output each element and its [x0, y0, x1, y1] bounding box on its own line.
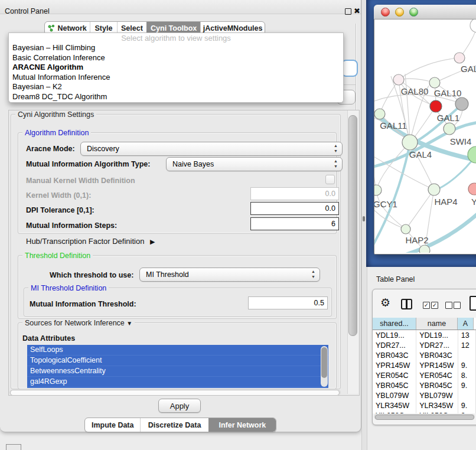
- network-canvas[interactable]: GAL GAL80 GAL10 GAL1 GAL11 SWI4 GAL4 GCY…: [374, 19, 476, 253]
- network-window-titlebar[interactable]: [374, 5, 476, 19]
- table-row-partial[interactable]: YIL052C YIL052C 9.: [373, 410, 476, 413]
- cell[interactable]: [458, 390, 476, 400]
- node[interactable]: [419, 245, 430, 253]
- dropdown-item[interactable]: Dream8 DC_TDC Algorithm: [9, 92, 343, 102]
- document-icon[interactable]: [470, 296, 476, 311]
- node-gray[interactable]: [455, 97, 468, 110]
- expanded-arrow-icon[interactable]: ▼: [126, 320, 132, 327]
- table-row[interactable]: YBR045C YBR045C 9.: [373, 380, 476, 390]
- minimize-traffic-light-icon[interactable]: [395, 8, 404, 17]
- dpi-tolerance-field[interactable]: 0.0: [250, 202, 339, 215]
- settings-vertical-scrollbar-thumb[interactable]: [348, 115, 357, 336]
- mi-threshold-field[interactable]: 0.5: [248, 296, 328, 309]
- checkbox-checked-icon[interactable]: ✓: [423, 302, 430, 309]
- dropdown-item[interactable]: Bayesian – Hill Climbing: [9, 43, 343, 53]
- cell[interactable]: YLR345W: [373, 400, 416, 410]
- checkbox-unchecked-icon[interactable]: [445, 302, 452, 309]
- cell[interactable]: YBR043C: [373, 350, 416, 360]
- split-view-icon[interactable]: [401, 299, 412, 309]
- cell[interactable]: 9.: [458, 380, 476, 390]
- cell[interactable]: YPR145W: [373, 360, 416, 370]
- cell[interactable]: [458, 350, 476, 360]
- node-hap4[interactable]: [428, 184, 440, 195]
- table-horizontal-scrollbar-thumb[interactable]: [375, 415, 474, 420]
- sources-group-title[interactable]: Sources for Network Inference ▼: [22, 319, 135, 327]
- node-gcy1[interactable]: [374, 185, 382, 195]
- close-traffic-light-icon[interactable]: [381, 8, 390, 17]
- checkbox-unchecked-icon[interactable]: [454, 302, 461, 309]
- dropdown-item[interactable]: Mutual Information Inference: [9, 73, 343, 83]
- cell[interactable]: 9.: [458, 360, 476, 370]
- node[interactable]: [470, 19, 476, 32]
- node-gal4[interactable]: [402, 135, 418, 150]
- dropdown-item[interactable]: Basic Correlation Inference: [9, 53, 343, 63]
- cell[interactable]: 12: [458, 340, 476, 350]
- cell[interactable]: YER054C: [373, 370, 416, 380]
- mi-steps-field[interactable]: 6: [250, 217, 339, 230]
- list-item[interactable]: SelfLoops: [27, 345, 328, 356]
- cell[interactable]: YBR045C: [416, 380, 458, 390]
- node-selected-red[interactable]: [430, 100, 442, 112]
- node-swi4[interactable]: [444, 123, 455, 135]
- cell[interactable]: YBL079W: [373, 390, 416, 400]
- hub-definition-toggle[interactable]: Hub/Transcription Factor Definition ▶: [26, 237, 155, 246]
- float-window-icon[interactable]: [345, 8, 351, 15]
- table-row[interactable]: YBR043C YBR043C: [373, 350, 476, 360]
- list-item[interactable]: gal4RGexp: [27, 377, 328, 387]
- list-item[interactable]: BetweennessCentrality: [27, 366, 328, 377]
- mi-algorithm-type-combo[interactable]: Naive Bayes ▲▼: [166, 157, 343, 171]
- cell[interactable]: YIL052C: [373, 410, 416, 413]
- cell[interactable]: 9.: [458, 400, 476, 410]
- cell[interactable]: YPR145W: [416, 360, 458, 370]
- control-panel-titlebar[interactable]: [0, 0, 361, 14]
- cell[interactable]: YBR045C: [373, 380, 416, 390]
- cell[interactable]: YER054C: [416, 370, 458, 380]
- node-gal11[interactable]: [374, 109, 385, 119]
- manual-kernel-width-checkbox[interactable]: [325, 175, 335, 184]
- node-gal10[interactable]: [429, 77, 440, 88]
- zoom-traffic-light-icon[interactable]: [409, 8, 418, 17]
- column-header-partial[interactable]: A: [458, 318, 474, 330]
- cell[interactable]: 8.: [458, 370, 476, 380]
- list-scrollbar-thumb[interactable]: [321, 347, 327, 378]
- cell[interactable]: YIL052C: [416, 410, 458, 413]
- node-hap2[interactable]: [401, 224, 410, 234]
- node-gal7[interactable]: [454, 53, 465, 63]
- dropdown-item[interactable]: Bayesian – K2: [9, 82, 343, 92]
- table-row[interactable]: YPR145W YPR145W 9.: [373, 360, 476, 370]
- table-row[interactable]: YBL079W YBL079W: [373, 390, 476, 400]
- cell[interactable]: YDR27...: [373, 340, 416, 350]
- cell[interactable]: YDL19...: [416, 330, 458, 340]
- settings-horizontal-scrollbar-thumb[interactable]: [10, 390, 340, 396]
- checkbox-checked-icon[interactable]: ✓: [431, 302, 438, 309]
- inference-algorithm-combo-partial[interactable]: [341, 60, 358, 77]
- table-row[interactable]: YLR345W YLR345W 9.: [373, 400, 476, 410]
- table-row[interactable]: YER054C YER054C 8.: [373, 370, 476, 380]
- divider-handle[interactable]: [363, 216, 365, 221]
- tab-discretize-data[interactable]: Discretize Data: [140, 418, 208, 432]
- column-header-shared-name[interactable]: shared...: [373, 318, 416, 330]
- node-salmon[interactable]: [468, 183, 476, 195]
- apply-button[interactable]: Apply: [158, 399, 201, 413]
- column-header-name[interactable]: name: [416, 318, 458, 330]
- collapsed-arrow-icon[interactable]: ▶: [150, 238, 155, 245]
- cell[interactable]: YBR043C: [416, 350, 458, 360]
- which-threshold-combo[interactable]: MI Threshold ▲▼: [139, 268, 320, 282]
- aracne-mode-combo[interactable]: Discovery ▲▼: [80, 142, 343, 156]
- cell[interactable]: 9.: [458, 410, 476, 413]
- list-item[interactable]: TopologicalCoefficient: [27, 356, 328, 366]
- node-gal80[interactable]: [393, 74, 404, 85]
- dropdown-item-selected[interactable]: ARACNE Algorithm: [9, 63, 343, 73]
- tab-impute-data[interactable]: Impute Data: [85, 418, 140, 432]
- cell[interactable]: YDR27...: [416, 340, 458, 350]
- close-icon[interactable]: ✖: [354, 6, 360, 15]
- tab-infer-network[interactable]: Infer Network: [208, 418, 276, 432]
- cell[interactable]: 13: [458, 330, 476, 340]
- cell[interactable]: YBL079W: [416, 390, 458, 400]
- cell[interactable]: YDL19...: [373, 330, 416, 340]
- cell[interactable]: YLR345W: [416, 400, 458, 410]
- table-row[interactable]: YDR27... YDR27... 12: [373, 340, 476, 350]
- list-item-partial[interactable]: [27, 387, 328, 388]
- gear-icon[interactable]: ⚙: [380, 296, 390, 309]
- kernel-width-field[interactable]: 0.0: [250, 187, 339, 200]
